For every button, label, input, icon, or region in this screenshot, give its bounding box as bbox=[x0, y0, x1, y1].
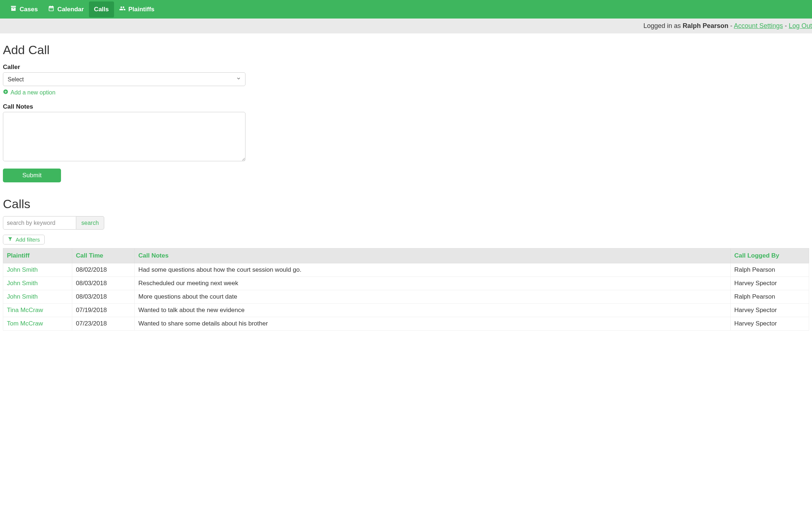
cell-call-notes: Wanted to talk about the new evidence bbox=[135, 304, 731, 317]
col-header-call-notes[interactable]: Call Notes bbox=[135, 248, 731, 263]
cell-call-time: 07/19/2018 bbox=[72, 304, 135, 317]
caller-select[interactable]: Select bbox=[3, 72, 245, 86]
col-header-plaintiff[interactable]: Plaintiff bbox=[3, 248, 72, 263]
plaintiff-link[interactable]: John Smith bbox=[7, 280, 38, 287]
add-filters-button[interactable]: Add filters bbox=[3, 235, 45, 244]
logged-in-user: Ralph Pearson bbox=[683, 22, 728, 29]
cell-logged-by: Harvey Spector bbox=[731, 317, 809, 331]
logout-link[interactable]: Log Out bbox=[789, 22, 812, 29]
search-input[interactable] bbox=[3, 216, 76, 230]
calls-table: Plaintiff Call Time Call Notes Call Logg… bbox=[3, 248, 809, 331]
cell-call-notes: More questions about the court date bbox=[135, 290, 731, 304]
nav-item-cases[interactable]: Cases bbox=[5, 1, 43, 18]
user-bar: Logged in as Ralph Pearson - Account Set… bbox=[0, 19, 812, 33]
cell-logged-by: Ralph Pearson bbox=[731, 263, 809, 277]
users-icon bbox=[119, 5, 126, 13]
add-filters-label: Add filters bbox=[16, 236, 40, 243]
top-navbar: Cases Calendar Calls Plaintiffs bbox=[0, 0, 812, 19]
table-row: John Smith08/03/2018More questions about… bbox=[3, 290, 809, 304]
caller-select-wrap: Select bbox=[3, 72, 245, 86]
nav-label: Plaintiffs bbox=[129, 6, 155, 13]
plaintiff-link[interactable]: Tina McCraw bbox=[7, 307, 43, 313]
cell-call-notes: Wanted to share some details about his b… bbox=[135, 317, 731, 331]
cell-call-time: 07/23/2018 bbox=[72, 317, 135, 331]
cell-logged-by: Harvey Spector bbox=[731, 304, 809, 317]
cell-logged-by: Ralph Pearson bbox=[731, 290, 809, 304]
nav-label: Calls bbox=[94, 6, 109, 13]
cell-logged-by: Harvey Spector bbox=[731, 277, 809, 290]
nav-item-calendar[interactable]: Calendar bbox=[43, 1, 89, 18]
cell-call-time: 08/03/2018 bbox=[72, 277, 135, 290]
caller-label: Caller bbox=[3, 64, 809, 71]
search-row: search bbox=[3, 216, 809, 230]
plaintiff-link[interactable]: Tom McCraw bbox=[7, 320, 43, 327]
separator: - bbox=[730, 22, 734, 29]
call-notes-label: Call Notes bbox=[3, 103, 809, 110]
page-title: Add Call bbox=[3, 43, 809, 57]
cell-call-time: 08/02/2018 bbox=[72, 263, 135, 277]
col-header-call-time[interactable]: Call Time bbox=[72, 248, 135, 263]
plus-circle-icon bbox=[3, 89, 8, 96]
account-settings-link[interactable]: Account Settings bbox=[734, 22, 783, 29]
cell-call-notes: Rescheduled our meeting next week bbox=[135, 277, 731, 290]
calendar-icon bbox=[48, 5, 54, 13]
table-row: Tom McCraw07/23/2018Wanted to share some… bbox=[3, 317, 809, 331]
nav-item-calls[interactable]: Calls bbox=[89, 1, 114, 17]
table-row: John Smith08/03/2018Rescheduled our meet… bbox=[3, 277, 809, 290]
filter-icon bbox=[8, 236, 13, 243]
nav-label: Calendar bbox=[57, 6, 84, 13]
logged-in-prefix: Logged in as bbox=[643, 22, 683, 29]
plaintiff-link[interactable]: John Smith bbox=[7, 293, 38, 300]
main-content: Add Call Caller Select Add a new option … bbox=[0, 33, 812, 345]
archive-icon bbox=[10, 5, 17, 13]
submit-button[interactable]: Submit bbox=[3, 169, 61, 182]
section-title: Calls bbox=[3, 197, 809, 211]
table-header-row: Plaintiff Call Time Call Notes Call Logg… bbox=[3, 248, 809, 263]
table-row: John Smith08/02/2018Had some questions a… bbox=[3, 263, 809, 277]
call-notes-input[interactable] bbox=[3, 112, 245, 161]
cell-call-notes: Had some questions about how the court s… bbox=[135, 263, 731, 277]
nav-label: Cases bbox=[20, 6, 38, 13]
add-new-option-link[interactable]: Add a new option bbox=[3, 89, 56, 96]
search-button[interactable]: search bbox=[76, 216, 104, 230]
plaintiff-link[interactable]: John Smith bbox=[7, 266, 38, 273]
add-new-option-label: Add a new option bbox=[11, 89, 56, 96]
nav-item-plaintiffs[interactable]: Plaintiffs bbox=[114, 1, 160, 18]
table-row: Tina McCraw07/19/2018Wanted to talk abou… bbox=[3, 304, 809, 317]
separator: - bbox=[785, 22, 789, 29]
col-header-logged-by[interactable]: Call Logged By bbox=[731, 248, 809, 263]
cell-call-time: 08/03/2018 bbox=[72, 290, 135, 304]
